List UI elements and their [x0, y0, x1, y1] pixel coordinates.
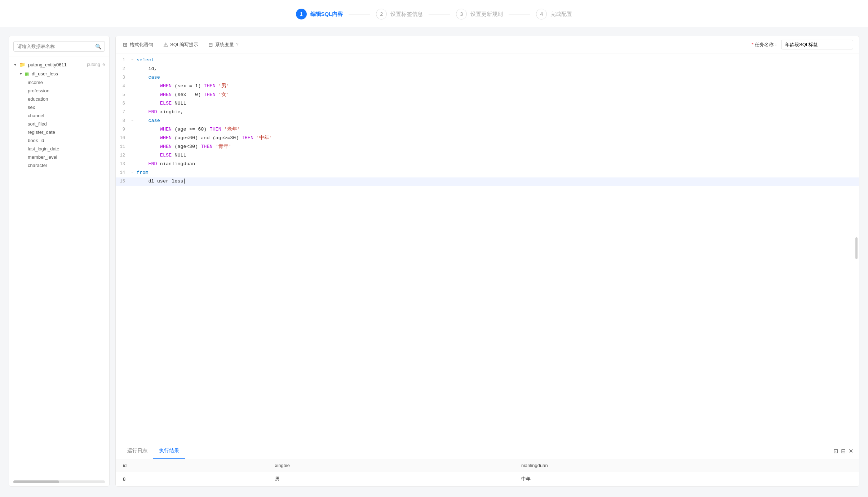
- code-content[interactable]: WHEN (sex = 0) THEN '女': [135, 91, 859, 99]
- code-line: 6 ELSE NULL: [116, 100, 859, 108]
- fold-button: [129, 100, 135, 100]
- code-content[interactable]: case: [135, 117, 859, 125]
- fold-button: [129, 82, 135, 83]
- token-kw2: ELSE: [160, 101, 172, 106]
- hint-button[interactable]: ⚠ SQL编写提示: [162, 40, 200, 49]
- line-number: 11: [116, 143, 129, 150]
- code-content[interactable]: WHEN (age >= 60) THEN '老年': [135, 126, 859, 134]
- text-cursor: [184, 179, 185, 184]
- token-kw: case: [148, 75, 160, 80]
- fold-button[interactable]: −: [129, 56, 135, 63]
- token-kw2: THEN: [204, 92, 215, 97]
- table-row: 8 男 中年: [116, 472, 859, 486]
- token-kw2: WHEN: [160, 127, 172, 132]
- fold-button: [129, 151, 135, 152]
- horizontal-scrollbar[interactable]: [13, 480, 105, 483]
- token-ident: (sex = 1): [172, 83, 204, 89]
- token-ident: [137, 109, 148, 115]
- token-ident: [137, 161, 148, 167]
- code-content[interactable]: from: [135, 169, 859, 177]
- token-kw2: END: [148, 109, 157, 115]
- col-xingbie: xingbie: [268, 459, 514, 472]
- search-input[interactable]: [13, 41, 105, 52]
- code-content[interactable]: ELSE NULL: [135, 100, 859, 108]
- results-panel: 运行日志 执行结果 ⊡ ⊟ ✕ id xingbie nianlingduan: [116, 443, 859, 486]
- token-ident: [221, 127, 224, 132]
- line-number: 14: [116, 169, 129, 176]
- code-line: 13 END nianlingduan: [116, 160, 859, 169]
- line-number: 1: [116, 56, 129, 64]
- token-kw: select: [137, 57, 154, 63]
- token-ident: [213, 144, 216, 149]
- code-content[interactable]: id,: [135, 65, 859, 73]
- code-content[interactable]: case: [135, 74, 859, 82]
- field-education: education: [9, 95, 109, 103]
- var-button[interactable]: ⊟ 系统变量 ?: [207, 40, 240, 49]
- code-content[interactable]: WHEN (sex = 1) THEN '男': [135, 82, 859, 91]
- code-line: 9 WHEN (age >= 60) THEN '老年': [116, 126, 859, 134]
- format-label: 格式化语句: [130, 41, 153, 48]
- fold-button[interactable]: −: [129, 169, 135, 176]
- token-ident: [137, 118, 148, 123]
- code-content[interactable]: dl_user_less: [135, 177, 859, 186]
- tree-table-item[interactable]: ▼ ▦ dl_user_less: [9, 69, 109, 78]
- line-number: 5: [116, 91, 129, 98]
- token-ident: NULL: [172, 153, 186, 158]
- tree-area: ▼ 📁 putong_entity0611 putong_e ▼ ▦ dl_us…: [9, 57, 109, 478]
- fold-button[interactable]: −: [129, 117, 135, 124]
- table-header-row: id xingbie nianlingduan: [116, 459, 859, 472]
- code-content[interactable]: WHEN (age<60) and (age>=30) THEN '中年': [135, 134, 859, 142]
- task-required-mark: * 任务名称：: [752, 41, 778, 48]
- code-editor[interactable]: 1−select2 id,3− case4 WHEN (sex = 1) THE…: [116, 53, 859, 443]
- code-content[interactable]: WHEN (age<30) THEN '青年': [135, 143, 859, 151]
- code-content[interactable]: ELSE NULL: [135, 151, 859, 160]
- collapse-icon[interactable]: ⊟: [841, 448, 846, 454]
- tree-root-item[interactable]: ▼ 📁 putong_entity0611 putong_e: [9, 60, 109, 69]
- search-icon: 🔍: [95, 44, 101, 49]
- format-button[interactable]: ⊞ 格式化语句: [121, 40, 155, 49]
- line-number: 7: [116, 108, 129, 116]
- step-label-3: 设置更新规则: [470, 11, 503, 18]
- step-2: 2设置标签信息: [376, 9, 423, 19]
- line-number: 3: [116, 74, 129, 81]
- token-kw2: WHEN: [160, 135, 172, 141]
- step-circle-1: 1: [296, 9, 307, 19]
- token-ident: (sex = 0): [172, 92, 204, 97]
- fold-button[interactable]: −: [129, 74, 135, 80]
- fold-button: [129, 65, 135, 66]
- tree-arrow-root: ▼: [13, 63, 17, 67]
- code-line: 1−select: [116, 56, 859, 65]
- token-kw2: END: [148, 161, 157, 167]
- task-name-input[interactable]: [781, 40, 853, 49]
- token-ident: [216, 92, 218, 97]
- editor-scrollbar[interactable]: [855, 237, 858, 259]
- step-label-2: 设置标签信息: [390, 11, 423, 18]
- token-ident: [253, 135, 256, 141]
- token-str: '女': [218, 92, 229, 97]
- stepper: 1编辑SQL内容2设置标签信息3设置更新规则4完成配置: [0, 0, 868, 27]
- tab-exec-result[interactable]: 执行结果: [153, 443, 185, 459]
- table-icon: ▦: [25, 71, 29, 76]
- step-circle-2: 2: [376, 9, 387, 19]
- token-ident: [137, 135, 160, 141]
- step-1[interactable]: 1编辑SQL内容: [296, 9, 343, 19]
- tree-arrow-table: ▼: [19, 72, 23, 76]
- token-ident: [137, 83, 160, 89]
- code-content[interactable]: select: [135, 56, 859, 65]
- line-number: 12: [116, 151, 129, 159]
- fold-button: [129, 91, 135, 92]
- fold-button: [129, 143, 135, 144]
- field-sort-filed: sort_filed: [9, 120, 109, 128]
- code-content[interactable]: END xingbie,: [135, 108, 859, 116]
- close-icon[interactable]: ✕: [849, 448, 853, 454]
- col-nianlingduan: nianlingduan: [514, 459, 859, 472]
- results-tabs: 运行日志 执行结果 ⊡ ⊟ ✕: [116, 443, 859, 459]
- expand-icon[interactable]: ⊡: [833, 448, 838, 454]
- tab-run-log[interactable]: 运行日志: [121, 443, 153, 459]
- code-content[interactable]: END nianlingduan: [135, 160, 859, 168]
- token-ident: [137, 153, 160, 158]
- token-kw: case: [148, 118, 160, 123]
- code-line: 2 id,: [116, 65, 859, 74]
- token-kw: from: [137, 170, 148, 175]
- code-line: 3− case: [116, 74, 859, 82]
